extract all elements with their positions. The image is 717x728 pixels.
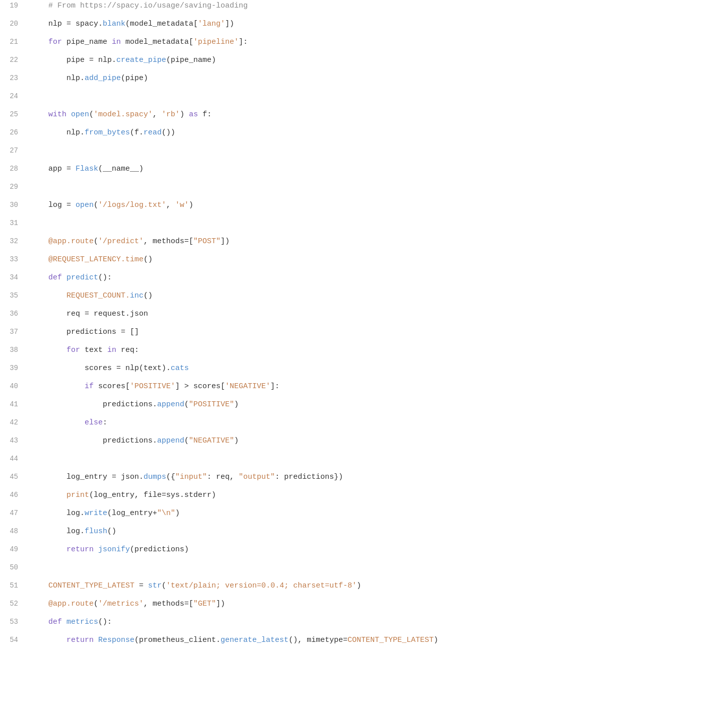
line-number: 22: [0, 54, 26, 65]
line-content: # From https://spacy.io/usage/saving-loa…: [26, 0, 717, 12]
line-row: 52 @app.route('/metrics', methods=["GET"…: [0, 598, 717, 616]
line-content: pipe = nlp.create_pipe(pipe_name): [26, 54, 717, 66]
token-var: log.: [30, 509, 85, 518]
token-fn: append: [157, 400, 184, 409]
token-kw: with: [30, 110, 66, 119]
line-content: print(log_entry, file=sys.stderr): [26, 489, 717, 501]
token-fn: read: [144, 128, 162, 137]
line-content: def predict():: [26, 272, 717, 284]
token-var: ,: [166, 201, 175, 209]
line-content: predictions.append("POSITIVE"): [26, 399, 717, 411]
token-fn: flush: [85, 527, 107, 536]
token-var: ():: [98, 273, 112, 282]
line-number: 25: [0, 109, 26, 120]
token-var: (: [89, 110, 94, 119]
token-var: (: [162, 581, 166, 590]
line-number: 42: [0, 417, 26, 428]
token-fn: metrics: [66, 618, 98, 626]
line-row: 36 req = request.json: [0, 308, 717, 326]
token-var: model_metadata[: [121, 38, 193, 46]
line-row: 40 if scores['POSITIVE'] > scores['NEGAT…: [0, 381, 717, 399]
line-content: scores = nlp(text).cats: [26, 362, 717, 375]
token-var: (predictions): [130, 545, 189, 554]
line-content: app = Flask(__name__): [26, 163, 717, 175]
line-number: 50: [0, 562, 26, 573]
token-var: (f.: [130, 128, 144, 137]
token-var: log =: [30, 201, 76, 209]
token-var: , methods=[: [144, 600, 193, 608]
line-content: for pipe_name in model_metadata['pipelin…: [26, 36, 717, 48]
token-dec: CONTENT_TYPE_LATEST: [347, 636, 434, 644]
token-dec: @app.route: [30, 237, 94, 246]
line-content: req = request.json: [26, 308, 717, 320]
token-str: "GET": [193, 600, 216, 608]
line-row: 22 pipe = nlp.create_pipe(pipe_name): [0, 54, 717, 72]
line-number: 53: [0, 616, 26, 627]
token-dec: @REQUEST_LATENCY.time: [30, 255, 144, 264]
token-var: (): [107, 527, 116, 536]
line-content: nlp.from_bytes(f.read()): [26, 127, 717, 139]
token-var: (pipe_name): [166, 56, 216, 64]
line-content: return Response(prometheus_client.genera…: [26, 634, 717, 646]
token-var: nlp.: [30, 128, 85, 137]
line-number: 21: [0, 36, 26, 47]
line-content: else:: [26, 417, 717, 429]
token-var: (: [184, 400, 189, 409]
token-fn: cats: [171, 364, 189, 373]
token-var: ()): [162, 128, 175, 137]
token-str: 'rb': [162, 110, 180, 119]
token-str: 'model.spacy': [94, 110, 153, 119]
token-var: log.: [30, 527, 85, 536]
line-row: 26 nlp.from_bytes(f.read()): [0, 127, 717, 145]
line-content: predictions.append("NEGATIVE"): [26, 435, 717, 447]
token-var: =: [134, 581, 148, 590]
line-row: 21 for pipe_name in model_metadata['pipe…: [0, 36, 717, 54]
line-number: 26: [0, 127, 26, 138]
line-number: 20: [0, 18, 26, 29]
line-number: 48: [0, 526, 26, 537]
token-var: (: [94, 237, 98, 246]
token-var: [94, 545, 98, 554]
line-content: return jsonify(predictions): [26, 544, 717, 556]
line-content: if scores['POSITIVE'] > scores['NEGATIVE…: [26, 381, 717, 393]
line-number: 40: [0, 381, 26, 392]
token-fn: inc: [130, 292, 144, 300]
line-row: 49 return jsonify(predictions): [0, 544, 717, 562]
token-var: ): [356, 581, 361, 590]
token-fn: create_pipe: [116, 56, 166, 64]
token-kw: if: [30, 382, 94, 391]
token-var: predictions.: [30, 400, 157, 409]
line-number: 43: [0, 435, 26, 446]
line-number: 46: [0, 489, 26, 500]
line-row: 44: [0, 453, 717, 471]
token-str: 'w': [175, 201, 189, 209]
token-kw: def: [30, 618, 62, 626]
token-kw: in: [112, 38, 121, 46]
line-row: 23 nlp.add_pipe(pipe): [0, 72, 717, 91]
token-fn: append: [157, 436, 184, 445]
line-row: 32 @app.route('/predict', methods=["POST…: [0, 236, 717, 254]
line-content: log = open('/logs/log.txt', 'w'): [26, 199, 717, 211]
line-content: @app.route('/predict', methods=["POST"]): [26, 236, 717, 248]
line-content: REQUEST_COUNT.inc(): [26, 290, 717, 302]
token-fn: str: [148, 581, 162, 590]
token-var: text: [80, 346, 107, 354]
line-content: @app.route('/metrics', methods=["GET"]): [26, 598, 717, 610]
token-var: [66, 110, 71, 119]
line-row: 45 log_entry = json.dumps({"input": req,…: [0, 471, 717, 489]
token-str: '/metrics': [98, 600, 144, 608]
line-row: 35 REQUEST_COUNT.inc(): [0, 290, 717, 308]
line-number: 35: [0, 290, 26, 301]
line-content: predictions = []: [26, 326, 717, 338]
line-row: 38 for text in req:: [0, 344, 717, 362]
token-var: req:: [116, 346, 139, 354]
token-kw: def: [30, 273, 62, 282]
token-fn: generate_latest: [221, 636, 289, 644]
token-var: ,: [153, 110, 162, 119]
token-var: pipe_name: [62, 38, 112, 46]
line-number: 24: [0, 91, 26, 102]
line-number: 52: [0, 598, 26, 609]
line-content: with open('model.spacy', 'rb') as f:: [26, 109, 717, 121]
line-row: 29: [0, 181, 717, 199]
token-cls: Flask: [76, 165, 98, 173]
